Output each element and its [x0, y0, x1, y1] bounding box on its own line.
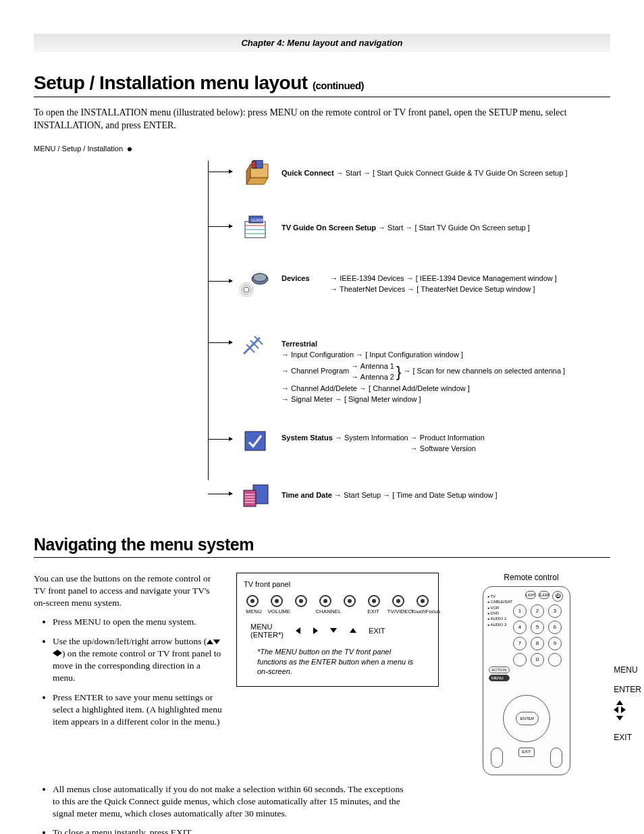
- dpad[interactable]: ENTER: [503, 695, 550, 742]
- left-arrow-icon: [53, 650, 57, 656]
- power-button[interactable]: ⏻: [552, 591, 563, 602]
- page-title: Setup / Installation menu layout (contin…: [34, 72, 610, 97]
- svg-rect-22: [244, 490, 256, 506]
- terr-ant2: Antenna 2: [360, 373, 394, 381]
- path: → Start Setup → [ Time and Date Setup wi…: [334, 491, 498, 499]
- label: Terrestrial: [281, 319, 317, 350]
- panel-title: TV front panel: [244, 580, 431, 588]
- terr-ant1: Antenna 1: [360, 362, 394, 370]
- exit-button[interactable]: EXIT: [518, 748, 535, 757]
- title-main: Setup / Installation menu layout: [34, 72, 313, 93]
- panel-map-row: MENU (ENTER*) EXIT: [244, 623, 431, 639]
- callout-menu: MENU: [614, 660, 641, 680]
- bullet-2: Use the up/down/left/right arrow buttons…: [53, 635, 223, 685]
- side-label: DVD: [487, 610, 512, 616]
- knob-icon: [271, 595, 283, 607]
- knob-label: VOLUME: [267, 608, 288, 615]
- guide-icon: GUIDE: [236, 210, 273, 247]
- arrow-icon: [208, 226, 232, 227]
- num-button[interactable]: 9: [548, 637, 562, 650]
- arrow-icon: [208, 342, 232, 343]
- down-arrow-icon: [213, 640, 220, 644]
- calendar-icon: [236, 477, 273, 515]
- breadcrumb: MENU / Setup / Installation: [34, 145, 610, 153]
- map-menu: MENU: [250, 623, 272, 631]
- num-button[interactable]: 3: [548, 604, 562, 618]
- svg-text:GUIDE: GUIDE: [251, 218, 264, 222]
- label: System Status: [281, 434, 333, 442]
- label: Devices: [281, 274, 310, 282]
- knob-labels: MENU VOLUME CHANNEL EXIT TV/VIDEO TouchF…: [244, 608, 431, 615]
- chapter-bar: Chapter 4: Menu layout and navigation: [34, 34, 610, 52]
- side-label: AUDIO 1: [487, 616, 512, 621]
- knob-icon: [319, 595, 331, 607]
- light-button[interactable]: LIGHT: [525, 591, 536, 599]
- bullet-1: Press MENU to open the menu system.: [53, 616, 223, 628]
- menu-button[interactable]: MENU: [489, 675, 510, 681]
- device-icon: [236, 265, 273, 302]
- side-label: AUDIO 2: [487, 622, 512, 627]
- knob-icon: [368, 595, 380, 607]
- devices-line2: TheaterNet Devices → [ TheaterNet Device…: [340, 285, 535, 293]
- nav-intro: You can use the buttons on the remote co…: [34, 573, 223, 610]
- b2a: Use the up/down/left/right arrow buttons…: [53, 636, 207, 646]
- knob-label: [340, 608, 360, 615]
- tv-front-panel-diagram: TV front panel MENU VOLUME CHANNEL EXIT …: [236, 573, 439, 687]
- knob-icon: [417, 595, 429, 607]
- num-button[interactable]: 2: [531, 604, 544, 618]
- remote-title: Remote control: [452, 573, 610, 582]
- num-button[interactable]: [513, 653, 527, 667]
- num-button[interactable]: 4: [513, 621, 527, 634]
- nav-section: You can use the buttons on the remote co…: [34, 573, 610, 775]
- nav-right-column: Remote control TV CABLE/SAT VCR DVD AUDI…: [452, 573, 610, 775]
- left-arrow-icon: [614, 706, 618, 713]
- svg-point-12: [253, 273, 267, 282]
- knob-label: TV/VIDEO: [387, 608, 408, 615]
- b2b: ) on the remote control or TV front pane…: [53, 648, 221, 683]
- full-width-bullets: All menus close automatically if you do …: [34, 783, 412, 834]
- knob-row: [244, 595, 431, 607]
- menu-text: Time and Date → Start Setup → [ Time and…: [281, 477, 498, 501]
- num-button[interactable]: 6: [548, 621, 562, 634]
- ch-rocker[interactable]: [491, 748, 503, 768]
- arrow-icon: [208, 172, 232, 172]
- num-button[interactable]: 8: [531, 637, 544, 650]
- breadcrumb-dot-icon: [128, 147, 132, 151]
- menu-row-time-date: Time and Date → Start Setup → [ Time and…: [34, 477, 610, 515]
- side-label: CABLE/SAT: [487, 599, 512, 604]
- sleep-button[interactable]: SLEEP: [539, 591, 549, 599]
- terr-line3: Channel Add/Delete → [ Channel Add/Delet…: [291, 384, 470, 392]
- svg-point-14: [242, 285, 251, 294]
- num-button[interactable]: [548, 653, 562, 667]
- terr-scan: → [ Scan for new channels on selected an…: [403, 367, 565, 375]
- num-button[interactable]: 7: [513, 637, 527, 650]
- remote-callouts: MENU ENTER EXIT: [614, 660, 641, 748]
- svg-rect-4: [252, 161, 256, 168]
- up-arrow-icon: [350, 628, 356, 633]
- side-label: VCR: [487, 605, 512, 610]
- num-button[interactable]: 0: [531, 653, 544, 667]
- title-sub: (continued): [313, 80, 364, 91]
- knob-icon: [392, 595, 404, 607]
- knob-label: EXIT: [363, 608, 383, 615]
- bullet-5: To close a menu instantly, press EXIT.: [53, 827, 412, 834]
- map-exit: EXIT: [369, 627, 385, 635]
- menu-text: System Status → System Information → Pro…: [281, 423, 485, 454]
- path: → Start → [ Start TV Guide On Screen set…: [378, 224, 530, 232]
- arrow-icon: [208, 494, 232, 494]
- arrow-icon: [208, 281, 232, 282]
- nav-left-column: You can use the buttons on the remote co…: [34, 573, 223, 775]
- intro-paragraph: To open the INSTALLATION menu (illustrat…: [34, 107, 610, 132]
- right-arrow-icon: [313, 627, 318, 634]
- enter-button[interactable]: ENTER: [516, 712, 539, 725]
- down-arrow-icon: [330, 628, 337, 633]
- label: TV Guide On Screen Setup: [281, 224, 376, 232]
- vol-rocker[interactable]: [550, 748, 562, 768]
- knob-icon: [295, 595, 307, 607]
- menu-text: Terrestrial → Input Configuration → [ In…: [281, 319, 610, 405]
- right-arrow-icon: [57, 650, 62, 656]
- panel-note: *The MENU button on the TV front panel f…: [244, 647, 431, 677]
- num-button[interactable]: 1: [513, 604, 527, 618]
- terr-line1: Input Configuration → [ Input Configurat…: [291, 350, 463, 359]
- num-button[interactable]: 5: [531, 621, 544, 634]
